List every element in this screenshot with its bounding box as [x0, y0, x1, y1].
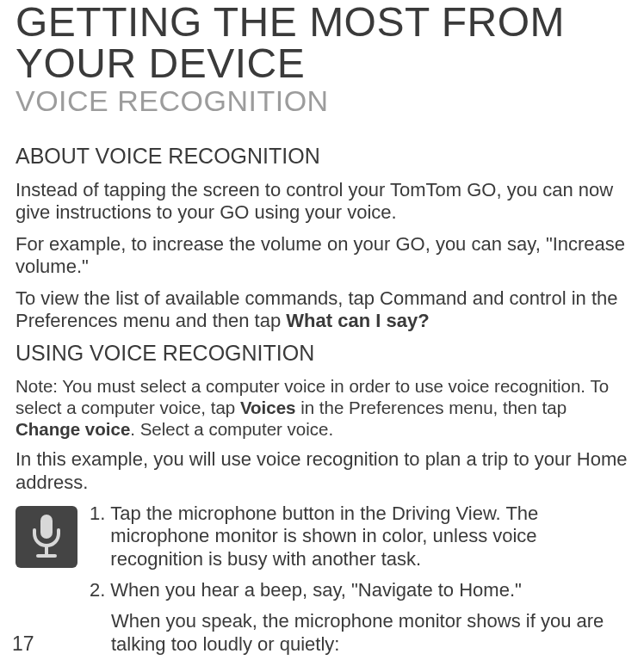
list-marker: 1. — [90, 503, 105, 570]
bold-text: What can I say? — [286, 310, 429, 331]
sub-paragraph: When you speak, the microphone monitor s… — [111, 610, 634, 656]
list-marker: 2. — [90, 579, 105, 601]
ordered-list: 1. Tap the microphone button in the Driv… — [90, 503, 634, 656]
text-span: in the Preferences menu, then tap — [296, 398, 567, 417]
section-heading-about: ABOUT VOICE RECOGNITION — [15, 144, 634, 169]
list-content: Tap the microphone button in the Driving… — [110, 503, 634, 570]
page-title: GETTING THE MOST FROM YOUR DEVICE — [15, 2, 634, 84]
page-subtitle: VOICE RECOGNITION — [15, 84, 634, 118]
section-heading-using: USING VOICE RECOGNITION — [15, 341, 634, 366]
page-number: 17 — [12, 632, 34, 656]
instruction-block: 1. Tap the microphone button in the Driv… — [15, 503, 634, 656]
paragraph: To view the list of available commands, … — [15, 287, 634, 333]
list-item: 1. Tap the microphone button in the Driv… — [90, 503, 634, 570]
paragraph: Instead of tapping the screen to control… — [15, 179, 634, 225]
list-item: 2. When you hear a beep, say, "Navigate … — [90, 579, 634, 601]
text-span: . Select a computer voice. — [130, 419, 333, 439]
bold-text: Change voice — [15, 419, 130, 439]
paragraph: In this example, you will use voice reco… — [15, 448, 634, 494]
svg-rect-0 — [40, 515, 53, 539]
list-content: When you hear a beep, say, "Navigate to … — [110, 579, 634, 601]
paragraph: For example, to increase the volume on y… — [15, 233, 634, 279]
bold-text: Voices — [240, 398, 296, 417]
note-paragraph: Note: You must select a computer voice i… — [15, 376, 634, 440]
microphone-icon — [15, 506, 77, 568]
